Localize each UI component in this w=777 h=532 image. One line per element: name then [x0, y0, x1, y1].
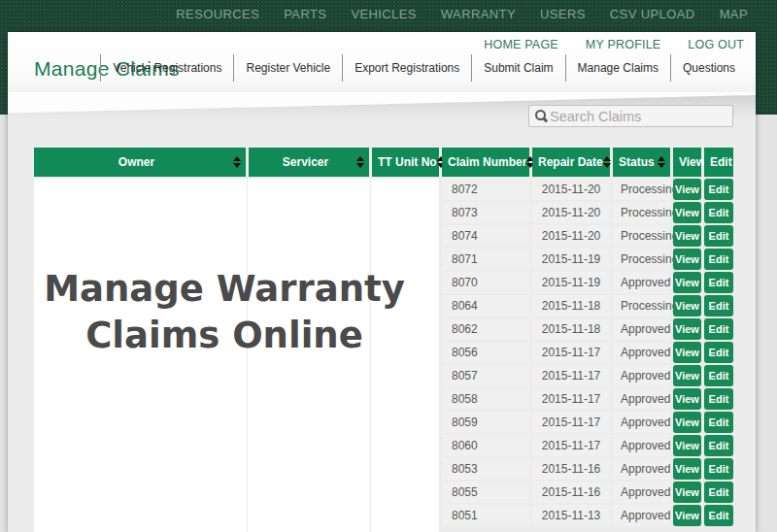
- watermark-line-1: Manage Warranty: [34, 266, 415, 313]
- table-header-row: Owner Servicer TT Unit No Claim Number R…: [34, 148, 733, 177]
- subnav-item-label: Manage Claims: [567, 61, 669, 75]
- user-link[interactable]: HOME PAGE: [484, 38, 558, 51]
- edit-cell: Edit: [704, 318, 733, 340]
- topnav-item[interactable]: VEHICLES: [351, 7, 417, 21]
- edit-cell: Edit: [704, 458, 733, 480]
- view-cell: View: [673, 342, 701, 363]
- column-header-status[interactable]: Status: [613, 148, 670, 177]
- view-button[interactable]: View: [673, 342, 701, 363]
- edit-cell: Edit: [704, 179, 733, 200]
- topnav-item[interactable]: RESOURCES: [176, 7, 259, 21]
- view-button[interactable]: View: [673, 318, 701, 340]
- topnav-item[interactable]: WARRANTY: [441, 7, 516, 21]
- subnav-item[interactable]: Export Registrations: [341, 53, 470, 83]
- edit-button[interactable]: Edit: [704, 272, 733, 293]
- claim-number-cell: 8064: [442, 295, 529, 316]
- edit-button[interactable]: Edit: [704, 249, 733, 270]
- edit-cell: Edit: [704, 412, 733, 433]
- sub-navigation: Vehicle Registrations Register Vehicle E…: [99, 53, 746, 83]
- subnav-item[interactable]: Submit Claim: [470, 53, 563, 83]
- view-cell: View: [673, 249, 701, 270]
- view-cell: View: [673, 295, 701, 316]
- column-header-view: View: [673, 148, 701, 177]
- subnav-item[interactable]: Register Vehicle: [232, 53, 341, 83]
- edit-button[interactable]: Edit: [704, 388, 733, 410]
- view-button[interactable]: View: [673, 388, 701, 410]
- edit-button[interactable]: Edit: [704, 202, 733, 223]
- edit-button[interactable]: Edit: [704, 318, 733, 340]
- column-header-tt-unit-no[interactable]: TT Unit No: [372, 148, 439, 177]
- subnav-item[interactable]: Manage Claims: [564, 53, 669, 83]
- edit-button[interactable]: Edit: [704, 365, 733, 386]
- view-cell: View: [673, 435, 701, 456]
- edit-button[interactable]: Edit: [704, 295, 733, 316]
- topnav-item[interactable]: CSV UPLOAD: [610, 7, 695, 21]
- edit-cell: Edit: [704, 272, 733, 293]
- user-link[interactable]: LOG OUT: [688, 38, 744, 51]
- column-header-servicer[interactable]: Servicer: [249, 148, 369, 177]
- edit-button[interactable]: Edit: [704, 435, 733, 456]
- claims-table: Owner Servicer TT Unit No Claim Number R…: [34, 148, 733, 528]
- subnav-item[interactable]: Questions: [669, 53, 746, 83]
- view-button[interactable]: View: [673, 482, 701, 503]
- claim-number-cell: 8051: [442, 505, 529, 526]
- edit-button[interactable]: Edit: [704, 482, 733, 503]
- view-button[interactable]: View: [673, 272, 701, 293]
- view-button[interactable]: View: [673, 412, 701, 433]
- edit-cell: Edit: [704, 388, 733, 410]
- view-button[interactable]: View: [673, 505, 701, 526]
- repair-date-cell: 2015-11-18: [532, 318, 610, 340]
- search-input[interactable]: [550, 109, 726, 124]
- edit-cell: Edit: [704, 435, 733, 456]
- edit-cell: Edit: [704, 482, 733, 503]
- view-button[interactable]: View: [673, 225, 701, 247]
- search-box: [528, 105, 733, 127]
- view-cell: View: [673, 225, 701, 247]
- search-icon: [535, 110, 548, 122]
- column-header-repair-date[interactable]: Repair Date: [532, 148, 610, 177]
- repair-date-cell: 2015-11-19: [532, 249, 610, 270]
- repair-date-cell: 2015-11-13: [532, 505, 610, 526]
- status-cell: Processing: [613, 295, 670, 316]
- watermark-text: Manage Warranty Claims Online: [34, 266, 415, 359]
- table-body: Manage Warranty Claims Online 8072 2015-…: [34, 179, 733, 526]
- edit-button[interactable]: Edit: [704, 179, 733, 200]
- column-header-claim-number[interactable]: Claim Number: [442, 148, 529, 177]
- edit-button[interactable]: Edit: [704, 458, 733, 480]
- view-button[interactable]: View: [673, 202, 701, 223]
- subnav-item[interactable]: Vehicle Registrations: [99, 53, 232, 83]
- edit-cell: Edit: [704, 225, 733, 247]
- view-button[interactable]: View: [673, 295, 701, 316]
- repair-date-cell: 2015-11-16: [532, 482, 610, 503]
- page: RESOURCES PARTS VEHICLES WARRANTY USERS …: [0, 0, 777, 532]
- topnav-item[interactable]: MAP: [720, 7, 748, 21]
- edit-button[interactable]: Edit: [704, 505, 733, 526]
- top-navigation: RESOURCES PARTS VEHICLES WARRANTY USERS …: [0, 0, 777, 27]
- user-link[interactable]: MY PROFILE: [586, 38, 660, 51]
- claim-number-cell: 8062: [442, 318, 529, 340]
- topnav-item[interactable]: USERS: [540, 7, 586, 21]
- view-button[interactable]: View: [673, 179, 701, 200]
- claim-number-cell: 8055: [442, 482, 529, 503]
- user-links-bar: HOME PAGE MY PROFILE LOG OUT: [484, 38, 744, 51]
- view-button[interactable]: View: [673, 435, 701, 456]
- repair-date-cell: 2015-11-20: [532, 202, 610, 223]
- view-button[interactable]: View: [673, 458, 701, 480]
- claim-number-cell: 8057: [442, 365, 529, 386]
- view-cell: View: [673, 272, 701, 293]
- repair-date-cell: 2015-11-20: [532, 225, 610, 247]
- subnav-item-label: Register Vehicle: [235, 61, 341, 75]
- edit-button[interactable]: Edit: [704, 342, 733, 363]
- view-button[interactable]: View: [673, 249, 701, 270]
- edit-button[interactable]: Edit: [704, 225, 733, 247]
- edit-cell: Edit: [704, 202, 733, 223]
- status-cell: Processing: [613, 249, 670, 270]
- view-button[interactable]: View: [673, 365, 701, 386]
- topnav-item[interactable]: PARTS: [284, 7, 326, 21]
- claim-number-cell: 8074: [442, 225, 529, 247]
- repair-date-cell: 2015-11-17: [532, 435, 610, 456]
- column-header-owner[interactable]: Owner: [34, 148, 246, 177]
- repair-date-cell: 2015-11-18: [532, 295, 610, 316]
- watermark-line-2: Claims Online: [34, 313, 415, 359]
- edit-button[interactable]: Edit: [704, 412, 733, 433]
